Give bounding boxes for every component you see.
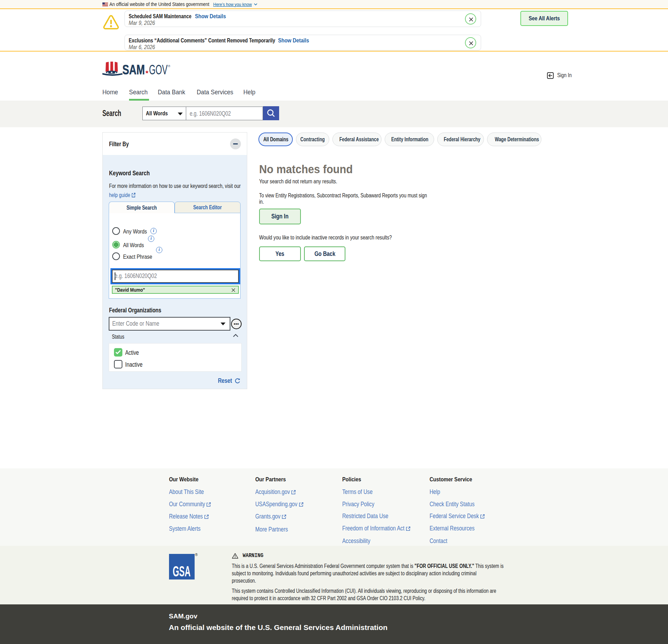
svg-text:GOV: GOV: [149, 62, 168, 77]
svg-text:®: ®: [168, 65, 170, 68]
svg-text:SAM: SAM: [122, 62, 145, 77]
